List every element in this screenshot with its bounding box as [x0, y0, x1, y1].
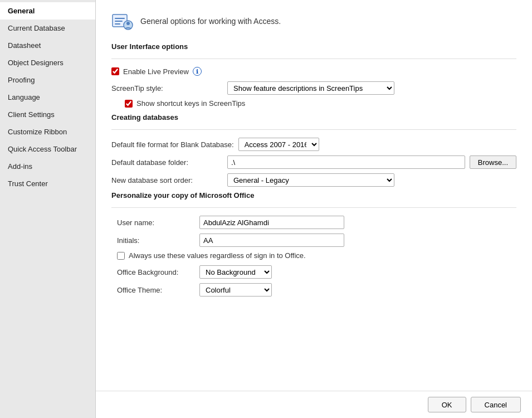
default-folder-row: Default database folder: Browse...	[111, 155, 516, 169]
office-theme-row: Office Theme: Colorful Dark Gray Black W…	[117, 283, 516, 297]
initials-label: Initials:	[117, 236, 195, 245]
sidebar-item-trust-center[interactable]: Trust Center	[0, 175, 95, 192]
browse-button[interactable]: Browse...	[470, 155, 516, 169]
username-label: User name:	[117, 218, 195, 227]
default-format-select[interactable]: Access 2007 - 2016 Access 2002 - 2003 Ac…	[238, 138, 319, 151]
username-input[interactable]	[199, 216, 344, 229]
office-background-row: Office Background: No Background Circles…	[117, 265, 516, 279]
enable-live-preview-label: Enable Live Preview	[123, 67, 189, 76]
personalize-section: Personalize your copy of Microsoft Offic…	[111, 191, 516, 297]
screentip-style-row: ScreenTip style: Show feature descriptio…	[111, 81, 516, 95]
divider-3	[111, 207, 516, 208]
screentip-label: ScreenTip style:	[111, 84, 223, 93]
sidebar-item-proofing[interactable]: Proofing	[0, 71, 95, 89]
office-theme-select[interactable]: Colorful Dark Gray Black White	[199, 283, 272, 297]
enable-live-preview-row: Enable Live Preview ℹ	[111, 67, 516, 76]
dialog-wrapper: General Current Database Datasheet Objec…	[0, 0, 532, 418]
sidebar-item-language[interactable]: Language	[0, 89, 95, 106]
creating-databases-section: Creating databases Default file format f…	[111, 113, 516, 187]
sort-order-row: New database sort order: General - Legac…	[111, 173, 516, 187]
page-title: General options for working with Access.	[140, 17, 281, 26]
sort-order-select[interactable]: General - Legacy General Arabic Chinese …	[227, 173, 394, 187]
sort-order-label: New database sort order:	[111, 176, 223, 184]
office-background-select[interactable]: No Background Circles and Stripes Circui…	[199, 265, 272, 279]
initials-input[interactable]	[199, 234, 344, 247]
footer-spacer	[111, 301, 516, 334]
sidebar-item-quick-access-toolbar[interactable]: Quick Access Toolbar	[0, 140, 95, 158]
always-use-label: Always use these values regardless of si…	[129, 251, 306, 260]
sidebar-item-object-designers[interactable]: Object Designers	[0, 54, 95, 71]
default-folder-input[interactable]	[227, 155, 465, 169]
always-use-checkbox[interactable]	[117, 252, 125, 260]
sidebar-item-customize-ribbon[interactable]: Customize Ribbon	[0, 123, 95, 140]
user-interface-section: User Interface options Enable Live Previ…	[111, 42, 516, 108]
office-background-label: Office Background:	[117, 268, 195, 276]
sidebar-item-add-ins[interactable]: Add-ins	[0, 158, 95, 175]
settings-person-icon	[111, 10, 134, 32]
sidebar-item-current-database[interactable]: Current Database	[0, 20, 95, 37]
svg-rect-1	[115, 18, 125, 19]
cancel-button[interactable]: Cancel	[471, 397, 521, 412]
default-format-label: Default file format for Blank Database:	[111, 140, 234, 149]
initials-row: Initials:	[117, 234, 516, 247]
sidebar-item-client-settings[interactable]: Client Settings	[0, 106, 95, 123]
office-theme-label: Office Theme:	[117, 286, 195, 294]
divider-2	[111, 129, 516, 130]
show-shortcut-keys-row: Show shortcut keys in ScreenTips	[125, 99, 516, 108]
always-use-row: Always use these values regardless of si…	[117, 251, 516, 260]
show-shortcut-keys-checkbox[interactable]	[125, 100, 133, 108]
main-content: General options for working with Access.…	[96, 0, 532, 418]
personalize-header: Personalize your copy of Microsoft Offic…	[111, 191, 516, 200]
dialog-footer: OK Cancel	[96, 391, 532, 418]
enable-live-preview-checkbox[interactable]	[111, 67, 119, 75]
default-folder-label: Default database folder:	[111, 158, 223, 167]
screentip-style-select[interactable]: Show feature descriptions in ScreenTips …	[227, 81, 394, 95]
sidebar-item-general[interactable]: General	[0, 2, 95, 20]
username-row: User name:	[117, 216, 516, 229]
default-format-row: Default file format for Blank Database: …	[111, 138, 516, 151]
creating-databases-header: Creating databases	[111, 113, 516, 121]
page-header: General options for working with Access.	[111, 10, 516, 32]
ok-button[interactable]: OK	[428, 397, 466, 412]
svg-point-5	[126, 22, 130, 25]
show-shortcut-keys-label: Show shortcut keys in ScreenTips	[136, 99, 245, 108]
user-interface-header: User Interface options	[111, 42, 516, 51]
divider-1	[111, 59, 516, 59]
live-preview-info-icon: ℹ	[193, 67, 202, 76]
personalize-inner: User name: Initials: Always use these va…	[111, 216, 516, 297]
svg-rect-2	[115, 21, 123, 22]
svg-rect-3	[115, 23, 120, 25]
sidebar: General Current Database Datasheet Objec…	[0, 0, 96, 418]
sidebar-item-datasheet[interactable]: Datasheet	[0, 37, 95, 54]
